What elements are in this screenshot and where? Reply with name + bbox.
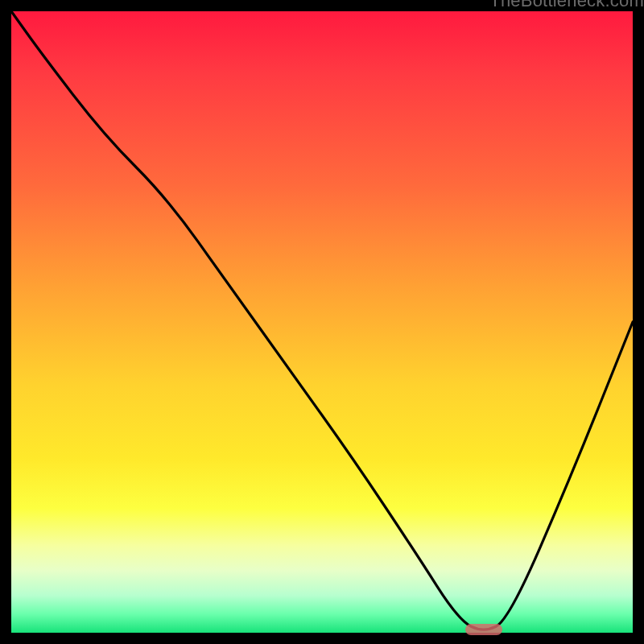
chart-plot-area [11, 11, 633, 633]
chart-marker [465, 624, 502, 635]
chart-line [11, 11, 633, 633]
watermark-text: TheBottleneck.com [489, 0, 644, 11]
